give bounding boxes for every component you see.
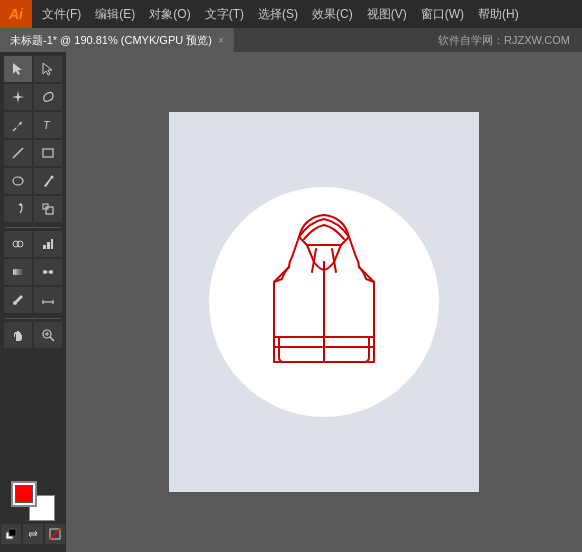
hoodie-illustration xyxy=(244,207,404,397)
color-area xyxy=(0,477,66,552)
foreground-color xyxy=(15,485,33,503)
tab-close-button[interactable]: × xyxy=(218,35,224,46)
measure-tool[interactable] xyxy=(34,287,62,313)
tool-row-10 xyxy=(0,322,66,348)
menu-items: 文件(F) 编辑(E) 对象(O) 文字(T) 选择(S) 效果(C) 视图(V… xyxy=(32,4,525,25)
svg-marker-9 xyxy=(18,203,23,206)
svg-rect-14 xyxy=(43,245,46,249)
graph-tool[interactable] xyxy=(34,231,62,257)
direct-select-tool[interactable] xyxy=(34,56,62,82)
hand-tool[interactable] xyxy=(4,322,32,348)
svg-rect-16 xyxy=(51,239,53,249)
tab-title: 未标题-1* @ 190.81% (CMYK/GPU 预览) xyxy=(10,33,212,48)
svg-rect-10 xyxy=(46,207,53,214)
svg-text:T: T xyxy=(43,119,51,131)
svg-line-32 xyxy=(50,529,60,539)
scale-tool[interactable] xyxy=(34,196,62,222)
svg-line-26 xyxy=(50,337,54,341)
tool-row-6 xyxy=(0,196,66,222)
tool-row-7 xyxy=(0,231,66,257)
pen-tool[interactable] xyxy=(4,112,32,138)
artboard xyxy=(169,112,479,492)
rotate-tool[interactable] xyxy=(4,196,32,222)
eyedropper-tool[interactable] xyxy=(4,287,32,313)
canvas-area xyxy=(66,52,582,552)
active-tab[interactable]: 未标题-1* @ 190.81% (CMYK/GPU 预览) × xyxy=(0,28,234,52)
default-colors-button[interactable] xyxy=(1,524,21,544)
svg-marker-1 xyxy=(43,63,52,75)
magic-wand-tool[interactable] xyxy=(4,84,32,110)
menu-help[interactable]: 帮助(H) xyxy=(472,4,525,25)
no-fill-button[interactable] xyxy=(45,524,65,544)
menu-select[interactable]: 选择(S) xyxy=(252,4,304,25)
menu-object[interactable]: 对象(O) xyxy=(143,4,196,25)
svg-marker-2 xyxy=(12,91,24,103)
toolbar-separator-2 xyxy=(5,318,61,319)
tool-row-1 xyxy=(0,56,66,82)
brush-tool[interactable] xyxy=(34,168,62,194)
artboard-circle xyxy=(209,187,439,417)
tool-row-3: T xyxy=(0,112,66,138)
menu-text[interactable]: 文字(T) xyxy=(199,4,250,25)
menu-bar: Ai 文件(F) 编辑(E) 对象(O) 文字(T) 选择(S) 效果(C) 视… xyxy=(0,0,582,28)
type-tool[interactable]: T xyxy=(34,112,62,138)
color-swatches xyxy=(11,481,55,521)
ellipse-tool[interactable] xyxy=(4,168,32,194)
svg-rect-6 xyxy=(43,149,53,157)
svg-point-7 xyxy=(13,177,23,185)
toolbar-separator-1 xyxy=(5,227,61,228)
svg-marker-0 xyxy=(13,63,22,75)
tool-row-5 xyxy=(0,168,66,194)
lasso-tool[interactable] xyxy=(34,84,62,110)
tool-row-4 xyxy=(0,140,66,166)
svg-point-19 xyxy=(49,270,53,274)
svg-point-13 xyxy=(17,241,23,247)
menu-window[interactable]: 窗口(W) xyxy=(415,4,470,25)
blend-tool[interactable] xyxy=(34,259,62,285)
svg-rect-30 xyxy=(9,529,16,536)
tab-right-info: 软件自学网：RJZXW.COM xyxy=(234,28,582,52)
zoom-tool[interactable] xyxy=(34,322,62,348)
rect-tool[interactable] xyxy=(34,140,62,166)
shape-builder-tool[interactable] xyxy=(4,231,32,257)
color-controls xyxy=(1,524,65,544)
tool-row-9 xyxy=(0,287,66,313)
svg-point-18 xyxy=(43,270,47,274)
app-logo: Ai xyxy=(0,0,32,28)
menu-view[interactable]: 视图(V) xyxy=(361,4,413,25)
svg-point-8 xyxy=(51,176,54,179)
line-tool[interactable] xyxy=(4,140,32,166)
menu-effect[interactable]: 效果(C) xyxy=(306,4,359,25)
tab-bar: 未标题-1* @ 190.81% (CMYK/GPU 预览) × 软件自学网：R… xyxy=(0,28,582,52)
svg-rect-17 xyxy=(13,269,23,275)
menu-edit[interactable]: 编辑(E) xyxy=(89,4,141,25)
menu-file[interactable]: 文件(F) xyxy=(36,4,87,25)
toolbar: T xyxy=(0,52,66,552)
tool-row-8 xyxy=(0,259,66,285)
svg-line-3 xyxy=(13,128,16,131)
main-layout: T xyxy=(0,52,582,552)
svg-line-5 xyxy=(13,148,23,158)
select-tool[interactable] xyxy=(4,56,32,82)
foreground-swatch[interactable] xyxy=(11,481,37,507)
svg-rect-15 xyxy=(47,242,50,249)
svg-point-21 xyxy=(13,301,17,305)
tool-row-2 xyxy=(0,84,66,110)
gradient-tool[interactable] xyxy=(4,259,32,285)
swap-colors-button[interactable] xyxy=(23,524,43,544)
